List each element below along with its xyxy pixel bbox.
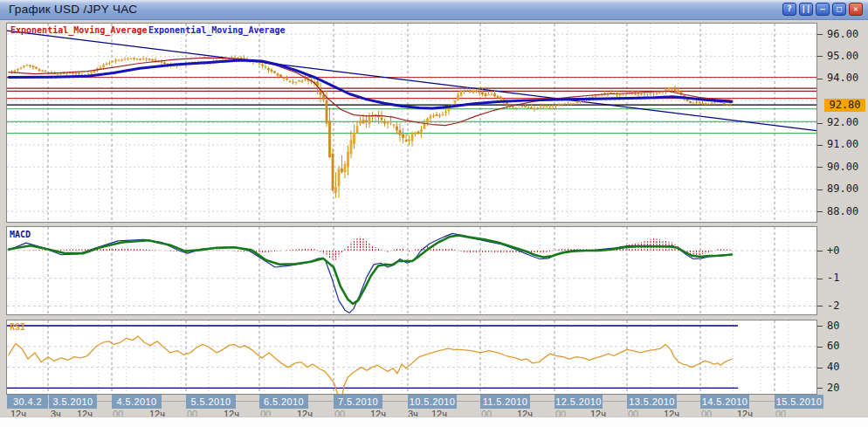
rsi-tick-label-tick	[817, 347, 823, 348]
candle-body	[118, 60, 121, 61]
candle-body	[430, 116, 432, 119]
macd-panel[interactable]	[6, 226, 817, 315]
help-button[interactable]: ?	[782, 3, 796, 16]
candle-body	[72, 73, 74, 74]
candle-body	[265, 66, 267, 67]
candle-body	[555, 105, 557, 106]
candle-body	[261, 65, 264, 66]
candle-body	[295, 82, 298, 83]
candle-body	[298, 80, 300, 82]
candle-body	[711, 103, 713, 104]
candle-body	[161, 62, 163, 63]
candle-body	[521, 107, 524, 107]
price-tick-label: 94.00	[827, 72, 858, 84]
candle-body	[286, 79, 288, 79]
candle-body	[32, 65, 35, 67]
candle-body	[112, 61, 114, 62]
candle-body	[151, 59, 154, 60]
pause-button[interactable]: ||	[799, 3, 813, 16]
candle-body	[497, 96, 499, 98]
candle-body	[558, 104, 561, 105]
macd-canvas[interactable]	[7, 227, 816, 314]
candle-body	[723, 103, 726, 105]
candle-body	[121, 59, 123, 60]
candle-body	[637, 93, 640, 94]
rsi-tick-label: 40	[827, 361, 839, 373]
candle-body	[399, 130, 402, 135]
candle-body	[145, 59, 148, 59]
candle-body	[338, 169, 341, 186]
maximize-button[interactable]: □	[832, 3, 846, 16]
bottom-strip	[0, 417, 868, 427]
rsi-tick-label: 60	[827, 340, 839, 352]
candle-body	[487, 94, 490, 95]
candle-body	[536, 107, 539, 108]
rsi-canvas[interactable]	[7, 320, 816, 394]
candle-body	[469, 90, 472, 92]
candle-body	[334, 187, 337, 192]
candle-body	[564, 103, 567, 104]
candle-body	[353, 133, 355, 144]
candle-body	[277, 73, 279, 75]
price-tick-label-tick	[817, 211, 823, 212]
candle-body	[475, 91, 478, 92]
candle-body	[707, 104, 710, 105]
ema-blue-line	[9, 60, 732, 108]
candle-body	[26, 65, 29, 66]
macd-tick-label-tick	[817, 279, 823, 279]
candle-body	[552, 106, 555, 107]
candle-body	[133, 58, 135, 59]
macd-line	[9, 233, 732, 313]
candle-body	[457, 95, 459, 100]
price-chart-panel[interactable]	[6, 23, 817, 223]
price-tick-label: 89.00	[827, 183, 858, 195]
candle-body	[23, 65, 25, 67]
candle-body	[289, 81, 292, 82]
candle-body	[444, 112, 447, 113]
candle-body	[527, 107, 530, 107]
rsi-tick-label: 20	[827, 382, 839, 394]
candle-body	[644, 93, 646, 94]
candle-body	[567, 104, 569, 105]
candle-body	[301, 80, 304, 82]
candle-body	[491, 94, 493, 95]
price-tick-label: 96.00	[827, 28, 858, 40]
window-titlebar[interactable]: График USD /JPY ЧАС ?||—□✕	[0, 0, 868, 20]
candle-body	[591, 97, 594, 98]
price-chart-canvas[interactable]	[7, 24, 816, 222]
candle-body	[402, 134, 404, 138]
macd-tick-label-tick	[817, 306, 823, 306]
candle-body	[163, 63, 166, 65]
macd-label: MACD	[10, 230, 31, 239]
window-title: График USD /JPY ЧАС	[9, 0, 137, 19]
candle-body	[493, 93, 496, 96]
candle-body	[426, 119, 429, 124]
candle-body	[729, 104, 732, 105]
candle-body	[499, 97, 502, 100]
candle-body	[29, 65, 31, 66]
candle-body	[45, 71, 47, 72]
candle-body	[279, 74, 282, 76]
candle-body	[283, 78, 286, 79]
candle-body	[240, 58, 243, 59]
date-badge: 12.5.2010	[555, 395, 603, 409]
rsi-panel[interactable]	[6, 320, 817, 395]
price-tick-label: 88.00	[827, 205, 858, 217]
chart-window: График USD /JPY ЧАС ?||—□✕ Exponential_M…	[0, 0, 868, 427]
candle-body	[387, 121, 389, 124]
candle-body	[344, 164, 347, 172]
candle-body	[720, 102, 722, 103]
candle-body	[347, 152, 349, 168]
candle-body	[485, 93, 487, 96]
candle-body	[322, 95, 325, 100]
price-tick-label-tick	[817, 123, 823, 124]
candle-body	[365, 121, 368, 122]
candle-body	[699, 102, 701, 103]
rsi-tick-label-tick	[817, 326, 823, 327]
candle-body	[292, 82, 294, 83]
candle-body	[432, 115, 435, 116]
minimize-button[interactable]: —	[816, 3, 830, 16]
price-tick-label: 90.00	[827, 161, 858, 173]
candle-body	[540, 107, 542, 107]
close-button[interactable]: ✕	[849, 3, 863, 16]
